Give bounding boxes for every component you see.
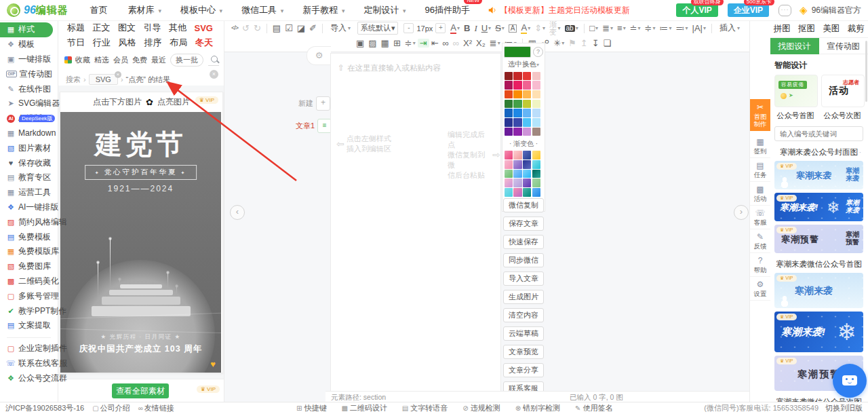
- toolbar-icon[interactable]: </>: [229, 25, 240, 31]
- action-button[interactable]: 同步微信: [503, 253, 544, 267]
- toolbar-icon[interactable]: ≣▾: [600, 24, 615, 33]
- color-swatch[interactable]: [532, 118, 541, 127]
- toolbar-icon[interactable]: S▾: [493, 24, 507, 33]
- toolbar-icon[interactable]: ≑▾: [403, 39, 418, 48]
- color-swatch[interactable]: [513, 128, 522, 136]
- strip-tool-button[interactable]: ☏ 客服: [750, 206, 770, 229]
- sidebar-item[interactable]: ▦ 样式: [0, 22, 53, 37]
- statusbar-tool[interactable]: ▤文字转语音: [402, 402, 448, 414]
- gradient-swatch[interactable]: [523, 188, 532, 197]
- category-tab[interactable]: SVG: [195, 23, 213, 33]
- category-tab[interactable]: 冬天: [195, 37, 213, 49]
- color-swatch[interactable]: [532, 72, 541, 81]
- chip-close-icon[interactable]: ×: [115, 71, 121, 78]
- sidebar-item[interactable]: ❖ 公众号交流群: [0, 371, 58, 385]
- toolbar-icon[interactable]: ▣: [354, 39, 366, 48]
- toolbar-icon[interactable]: |A|▾: [690, 24, 708, 33]
- category-tab[interactable]: 图文: [118, 22, 136, 34]
- toolbar-icon[interactable]: ≡▾: [615, 24, 628, 33]
- statusbar-tool[interactable]: ▩二维码设计: [341, 402, 387, 414]
- color-swatch[interactable]: [513, 109, 522, 117]
- search-icon[interactable]: [211, 56, 218, 62]
- toolbar-icon[interactable]: X²: [461, 39, 474, 48]
- toolbar-icon[interactable]: ≔▾: [658, 24, 674, 33]
- action-button[interactable]: 生成图片: [503, 290, 544, 304]
- sidebar-item[interactable]: ▣ 一键排版: [0, 52, 58, 67]
- color-swatch[interactable]: [505, 100, 513, 109]
- refresh-batch-button[interactable]: 换一批: [170, 54, 203, 67]
- toolbar-icon[interactable]: X₂: [474, 39, 488, 48]
- nav-item[interactable]: 新手教程 ▾: [302, 4, 344, 16]
- action-button[interactable]: 文章预览: [503, 345, 544, 359]
- action-button[interactable]: 导入文章: [503, 271, 544, 286]
- category-tab[interactable]: 风格: [119, 37, 136, 49]
- sidebar-item[interactable]: ▨ 简约风格编辑: [0, 214, 58, 229]
- toolbar-icon[interactable]: □▾: [587, 24, 600, 33]
- more-icon[interactable]: ···: [853, 261, 862, 268]
- toolbar-icon[interactable]: ▤: [271, 24, 283, 33]
- toolbar-icon[interactable]: ↧: [590, 39, 601, 48]
- font-family-select[interactable]: 系统默认▾: [357, 22, 398, 35]
- toolbar-icon[interactable]: ↻: [252, 24, 263, 33]
- color-swatch[interactable]: [513, 81, 522, 90]
- strip-tool-button[interactable]: ▩ 活动: [750, 182, 770, 206]
- color-swatch[interactable]: [532, 100, 541, 109]
- filter-link[interactable]: 免费: [132, 55, 147, 65]
- statusbar-tool[interactable]: ⊗错别字检测: [515, 402, 560, 414]
- image-tool-tab[interactable]: 抠图: [798, 23, 815, 35]
- filter-link[interactable]: 最近: [151, 55, 166, 65]
- color-swatch[interactable]: [513, 90, 522, 99]
- gradient-swatch[interactable]: [505, 160, 513, 169]
- sidebar-item[interactable]: ➤ SVG编辑器: [0, 96, 58, 111]
- category-tab[interactable]: 行业: [93, 37, 111, 49]
- template-poster[interactable]: 建党节 ✦党心守护百年华夏✦ 1921——2024 ★ 光辉历程 · 日月同证 …: [60, 112, 221, 373]
- toolbar-icon[interactable]: ▦: [379, 39, 391, 48]
- filter-link[interactable]: 会员: [113, 55, 128, 65]
- color-swatch[interactable]: [523, 90, 532, 99]
- current-color-swatch[interactable]: [504, 46, 531, 58]
- color-swatch[interactable]: [523, 118, 532, 127]
- toolbar-icon[interactable]: ◪: [295, 24, 307, 33]
- category-tab[interactable]: 引导: [144, 22, 161, 34]
- switch-old-version-link[interactable]: 切换到旧版: [825, 402, 863, 414]
- insert-button[interactable]: 插入▾: [719, 22, 740, 34]
- toolbar-icon[interactable]: [322, 24, 323, 33]
- article-1-tab[interactable]: 文章1 ≡: [296, 119, 332, 133]
- gradient-swatch[interactable]: [523, 151, 532, 159]
- color-swatch[interactable]: [523, 72, 532, 81]
- sidebar-item[interactable]: ❖ 模板: [0, 37, 58, 52]
- action-button[interactable]: 保存文章: [503, 217, 544, 231]
- image-tool-tab[interactable]: 美图: [823, 23, 840, 35]
- gradient-swatch[interactable]: [523, 170, 532, 178]
- nav-item[interactable]: 微信工具 ▾: [241, 4, 283, 16]
- sidebar-item[interactable]: ☏ 联系在线客服: [0, 356, 58, 371]
- category-tab[interactable]: 节日: [67, 37, 85, 49]
- toolbar-icon[interactable]: ▨: [366, 39, 378, 48]
- toolbar-icon[interactable]: ⇕▾: [532, 24, 547, 33]
- gradient-swatch[interactable]: [505, 188, 513, 197]
- toolbar-icon[interactable]: ✐: [307, 24, 319, 33]
- toolbar-icon[interactable]: A: [507, 24, 519, 33]
- toolbar-icon[interactable]: ⇤: [429, 39, 441, 48]
- color-grid-icon[interactable]: [64, 56, 72, 64]
- sidebar-item[interactable]: ✎ 在线作图: [0, 81, 58, 96]
- nav-item[interactable]: 定制设计 ▾: [363, 4, 406, 16]
- sidebar-item[interactable]: ▤ 教育专区: [0, 170, 58, 185]
- tab-promo-gif[interactable]: 宣传动图: [819, 38, 868, 54]
- toolbar-icon[interactable]: ⇥: [418, 39, 429, 48]
- sidebar-item[interactable]: ✔ 教学PPT制作: [0, 303, 58, 318]
- toolbar-icon[interactable]: ⊞: [391, 39, 403, 48]
- color-swatch[interactable]: [505, 72, 513, 81]
- font-size-decrease-button[interactable]: -: [403, 23, 414, 33]
- color-swatch[interactable]: [532, 90, 541, 99]
- color-swatch[interactable]: [523, 81, 532, 90]
- sidebar-item[interactable]: ▦ Markdown: [0, 126, 58, 141]
- template-banner[interactable]: ♛ VIP 寒潮预警 寒潮预警: [774, 225, 863, 253]
- enterprise-vip-button[interactable]: 企业VIP 500京东卡: [728, 3, 769, 17]
- strip-tool-button[interactable]: ▤ 任务: [750, 158, 770, 182]
- heart-icon[interactable]: ♥: [210, 359, 216, 369]
- image-tool-tab[interactable]: 拼图: [774, 23, 791, 35]
- breadcrumb-root[interactable]: 搜索: [66, 75, 81, 85]
- smart-card-cover[interactable]: 容易疲倦 ➤ 公众号首图: [774, 75, 816, 121]
- color-swatch[interactable]: [513, 118, 522, 127]
